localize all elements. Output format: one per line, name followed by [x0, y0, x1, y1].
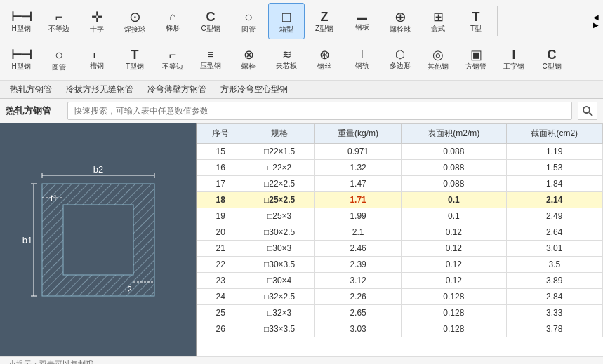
toolbar-row-1: ⊢⊣ H型钢 ⌐ 不等边 ✛ 十字 ⊙ 焊接球 ⌂ 梯形 C C型钢 ○ 圆管 …	[1, 3, 602, 39]
bolt-icon: ⊗	[244, 48, 254, 61]
col-header-area: 截面积(cm2)	[506, 124, 602, 144]
tool-box-type[interactable]: ⊞ 盒式	[420, 3, 456, 39]
svg-text:t1: t1	[51, 194, 58, 203]
tool-clip-plate[interactable]: ≋ 夹芯板	[268, 41, 305, 77]
tool-plate[interactable]: ▬ 钢板	[344, 3, 380, 39]
tool-round-pipe-r2[interactable]: ○ 圆管	[41, 41, 77, 77]
tab-square-hollow[interactable]: 方形冷弯空心型钢	[216, 82, 292, 97]
i-beam-label: 工字钢	[503, 62, 524, 70]
scroll-arrows[interactable]: ◀ ▶	[592, 12, 600, 30]
tool-square-pipe[interactable]: ▣ 方钢管	[458, 41, 494, 77]
tool-slot-steel[interactable]: ⊏ 槽钢	[79, 41, 115, 77]
cell-spec: □22×2	[244, 160, 315, 176]
cell-surface: 0.088	[402, 144, 506, 160]
tool-rail[interactable]: ⊥ 钢轨	[344, 41, 380, 77]
trapezoid-label: 梯形	[166, 24, 180, 32]
table-row[interactable]: 15 □22×1.5 0.971 0.088 1.19	[197, 144, 603, 160]
tool-unequal-r2[interactable]: ⌐ 不等边	[154, 41, 191, 77]
cell-area: 2.64	[506, 224, 602, 241]
tool-box[interactable]: □ 箱型	[268, 3, 305, 39]
tool-z-steel[interactable]: Z Z型钢	[306, 3, 343, 39]
cell-weight: 2.46	[314, 241, 401, 257]
arrow-left-icon[interactable]: ◀	[593, 13, 599, 21]
arrow-right-icon[interactable]: ▶	[593, 21, 599, 29]
svg-text:t2: t2	[125, 285, 132, 295]
tool-wire[interactable]: ⊛ 钢丝	[306, 41, 343, 77]
cell-no: 20	[197, 224, 244, 241]
table-row[interactable]: 21 □30×3 2.46 0.12 3.01	[197, 241, 603, 257]
tool-round-pipe[interactable]: ○ 圆管	[230, 3, 267, 39]
table-row[interactable]: 23 □30×4 3.12 0.12 3.89	[197, 273, 603, 289]
screw-ball-label: 螺栓球	[390, 25, 411, 33]
table-row[interactable]: 16 □22×2 1.32 0.088 1.53	[197, 160, 603, 176]
polygon-label: 多边形	[390, 62, 411, 69]
cell-area: 2.49	[506, 208, 602, 224]
cell-surface: 0.12	[402, 224, 506, 241]
cell-no: 25	[197, 305, 244, 321]
unequal-label: 不等边	[48, 25, 69, 32]
tool-polygon[interactable]: ⬡ 多边形	[382, 41, 418, 77]
tool-press-steel[interactable]: ≡ 压型钢	[192, 41, 229, 77]
tool-screw-ball[interactable]: ⊕ 螺栓球	[382, 3, 418, 39]
cell-area: 1.53	[506, 160, 602, 176]
divider-1	[497, 6, 498, 36]
press-steel-icon: ≡	[207, 49, 213, 60]
cell-weight: 1.99	[314, 208, 401, 224]
table-row[interactable]: 20 □30×2.5 2.1 0.12 2.64	[197, 224, 603, 241]
cell-area: 1.84	[506, 176, 602, 192]
tabs-row: 热轧方钢管 冷拔方形无缝钢管 冷弯薄壁方钢管 方形冷弯空心型钢	[0, 81, 603, 99]
trapezoid-icon: ⌂	[169, 11, 176, 22]
cell-no: 19	[197, 208, 244, 224]
cell-spec: □30×2.5	[244, 224, 315, 241]
cell-area: 3.33	[506, 305, 602, 321]
cell-surface: 0.128	[402, 305, 506, 321]
tool-c-steel[interactable]: C C型钢	[192, 3, 229, 39]
tool-other[interactable]: ◎ 其他钢	[420, 41, 456, 77]
tool-i-beam[interactable]: I 工字钢	[496, 41, 532, 77]
cross-label: 十字	[90, 25, 104, 33]
cell-weight: 1.47	[314, 176, 401, 192]
table-row[interactable]: 25 □32×3 2.65 0.128 3.33	[197, 305, 603, 321]
wire-icon: ⊛	[319, 48, 330, 61]
tool-c-steel-r2[interactable]: C C型钢	[534, 41, 570, 77]
tab-hot-square[interactable]: 热轧方钢管	[6, 82, 56, 97]
square-pipe-label: 方钢管	[465, 62, 486, 70]
round-pipe-icon: ○	[244, 10, 253, 24]
tab-cold-square[interactable]: 冷拔方形无缝钢管	[62, 82, 138, 97]
cell-no: 23	[197, 273, 244, 289]
cell-area: 2.84	[506, 289, 602, 305]
tool-trapezoid[interactable]: ⌂ 梯形	[154, 3, 191, 39]
table-row[interactable]: 26 □33×3.5 3.03 0.128 3.78	[197, 321, 603, 337]
cell-surface: 0.12	[402, 273, 506, 289]
cell-spec: □25×3	[244, 208, 315, 224]
content-split: b2 b1 t1 t2 序号	[0, 123, 603, 356]
tool-h-beam-r2[interactable]: ⊢⊣ H型钢	[3, 41, 39, 77]
cell-area: 3.5	[506, 257, 602, 273]
table-row[interactable]: 22 □30×3.5 2.39 0.12 3.5	[197, 257, 603, 273]
tool-cross[interactable]: ✛ 十字	[79, 3, 115, 39]
table-row[interactable]: 18 □25×2.5 1.71 0.1 2.14	[197, 192, 603, 208]
tab-cold-thin[interactable]: 冷弯薄壁方钢管	[143, 82, 211, 97]
cross-icon: ✛	[91, 10, 103, 24]
main-area: 热轧方钢管	[0, 99, 603, 364]
table-row[interactable]: 17 □22×2.5 1.47 0.088 1.84	[197, 176, 603, 192]
table-row[interactable]: 24 □32×2.5 2.26 0.128 2.84	[197, 289, 603, 305]
col-header-spec: 规格	[244, 124, 315, 144]
table-row[interactable]: 19 □25×3 1.99 0.1 2.49	[197, 208, 603, 224]
search-input[interactable]	[67, 102, 572, 120]
clip-plate-icon: ≋	[282, 49, 291, 60]
tool-t-steel[interactable]: T T型	[458, 3, 494, 39]
search-button[interactable]	[578, 102, 597, 120]
tool-weld-ball[interactable]: ⊙ 焊接球	[117, 3, 153, 39]
cell-spec: □22×1.5	[244, 144, 315, 160]
t-steel-label: T型	[470, 25, 482, 32]
tool-unequal[interactable]: ⌐ 不等边	[41, 3, 77, 39]
tool-t-steel-r2[interactable]: T T型钢	[117, 41, 153, 77]
tool-bolt[interactable]: ⊗ 螺栓	[230, 41, 267, 77]
table-header-row: 序号 规格 重量(kg/m) 表面积(m2/m) 截面积(cm2)	[197, 124, 603, 144]
box-label: 箱型	[279, 25, 293, 33]
h-beam-r2-icon: ⊢⊣	[11, 48, 31, 61]
tool-h-beam[interactable]: ⊢⊣ H型钢	[3, 3, 39, 39]
cell-no: 18	[197, 192, 244, 208]
cell-spec: □32×3	[244, 305, 315, 321]
